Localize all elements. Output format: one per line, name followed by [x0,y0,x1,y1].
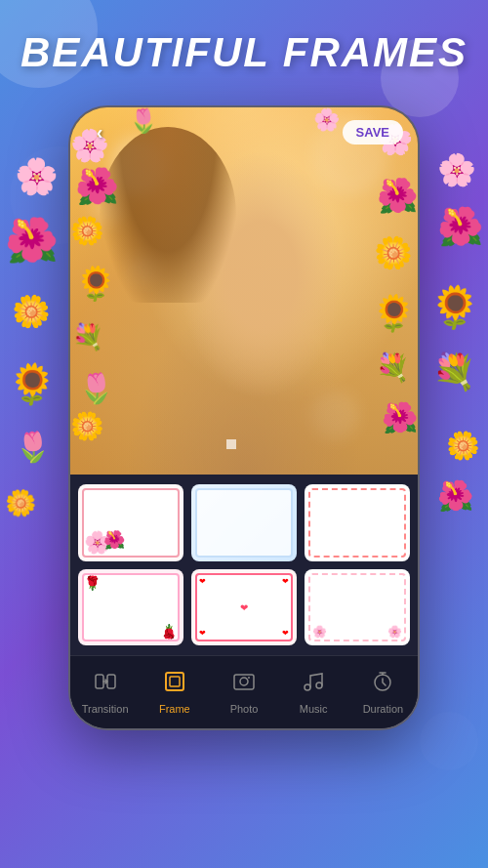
frame-thumb-2[interactable] [191,484,297,561]
duration-icon [371,670,394,699]
photo-dot-1 [226,439,236,449]
tab-music[interactable]: Music [279,670,348,715]
flower-outer-right-2: 🌺 [437,205,483,248]
photo-flower-r5: 💐 [376,351,410,384]
flower-outer-right-5: 🌼 [446,430,480,462]
music-icon [302,670,325,699]
save-button[interactable]: SAVE [343,120,403,145]
tab-transition[interactable]: Transition [70,670,140,715]
photo-flower-r4: 🌻 [372,293,416,334]
tab-bar: Transition Frame [70,655,418,728]
svg-point-7 [305,684,310,690]
photo-flower-4: 🌻 [75,264,116,303]
flower-outer-right-3: 🌻 [429,283,480,331]
photo-flower-r6: 🌺 [382,400,418,434]
photo-flower-3: 🌼 [70,215,104,247]
frame-thumb-3[interactable] [305,484,410,561]
svg-point-8 [316,682,322,688]
svg-rect-1 [107,675,115,688]
woman-photo [70,107,418,478]
photo-editing-area[interactable]: 🌸 🌺 🌼 🌻 💐 🌷 🌼 🌸 🌺 🌼 🌻 💐 🌺 🌷 🌸 ‹ SAVE [70,107,418,478]
phone-navbar: ‹ SAVE [70,107,418,156]
phone-shell: 🌸 🌺 🌼 🌻 💐 🌷 🌼 🌸 🌺 🌼 🌻 💐 🌺 🌷 🌸 ‹ SAVE [68,105,420,730]
transition-icon [94,670,117,699]
phone-mockup: 🌸 🌺 🌼 🌻 💐 🌷 🌼 🌸 🌺 🌼 🌻 💐 🌺 🌷 🌸 ‹ SAVE [68,105,420,730]
flower-outer-left-2: 🌺 [5,215,59,266]
frame-thumb-1[interactable]: 🌸 🌺 [78,484,183,561]
photo-flower-5: 💐 [72,322,103,352]
frame-icon [163,670,186,699]
frame-thumb-5[interactable]: ❤ ❤ ❤ ❤ ❤ [191,569,297,646]
duration-label: Duration [363,703,404,715]
flower-outer-left-6: 🌼 [5,488,36,518]
photo-flower-r3: 🌼 [374,234,413,271]
back-button[interactable]: ‹ [85,117,114,146]
svg-rect-2 [166,673,183,690]
transition-label: Transition [82,703,129,715]
svg-point-5 [240,678,248,685]
flower-outer-right-6: 🌺 [437,478,473,513]
photo-icon [232,670,256,699]
flower-outer-left-4: 🌻 [8,361,57,407]
frame-thumb-4[interactable]: 🌹 🌹 [78,569,183,646]
flower-outer-left-1: 🌸 [15,156,59,197]
flower-outer-right-1: 🌸 [437,151,476,188]
flower-outer-right-4: 💐 [432,351,476,393]
tab-photo[interactable]: Photo [209,670,278,715]
photo-label: Photo [230,703,259,715]
flower-outer-left-3: 🌼 [12,293,51,330]
svg-point-6 [248,677,250,679]
svg-rect-0 [96,675,103,688]
frame-thumb-6[interactable]: 🌸 🌸 [305,569,410,646]
photo-flower-2: 🌺 [75,166,119,207]
tab-duration[interactable]: Duration [348,670,418,715]
flower-outer-left-5: 🌷 [15,430,51,464]
bottom-panel: 🌸 🌺 🌹 🌹 [70,475,418,728]
photo-flower-r2: 🌺 [377,176,418,215]
photo-flower-7: 🌼 [70,410,104,442]
photo-flower-6: 🌷 [78,371,114,405]
music-label: Music [300,703,328,715]
title-section: BEAUTIFUL FRAMES [0,0,488,96]
svg-rect-3 [170,677,180,686]
frame-label: Frame [159,703,190,715]
page-title: BEAUTIFUL FRAMES [20,29,468,76]
frames-grid: 🌸 🌺 🌹 🌹 [70,475,418,655]
tab-frame[interactable]: Frame [140,670,209,715]
